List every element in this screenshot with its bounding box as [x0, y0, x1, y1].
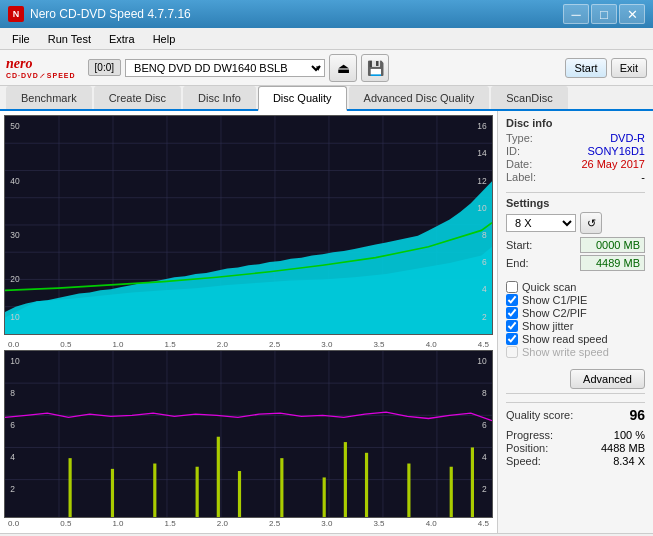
start-button[interactable]: Start — [565, 58, 606, 78]
svg-text:4: 4 — [482, 284, 487, 294]
close-button[interactable]: ✕ — [619, 4, 645, 24]
svg-rect-44 — [69, 458, 72, 517]
svg-text:6: 6 — [10, 420, 15, 430]
top-chart: 16 14 12 10 8 6 4 2 50 40 30 20 10 — [4, 115, 493, 335]
show-write-speed-checkbox — [506, 346, 518, 358]
title-bar-controls: ─ □ ✕ — [563, 4, 645, 24]
main-content: 16 14 12 10 8 6 4 2 50 40 30 20 10 0.0 0… — [0, 111, 653, 533]
type-label: Type: — [506, 132, 533, 144]
quick-scan-label: Quick scan — [522, 281, 576, 293]
show-c1-pie-checkbox[interactable] — [506, 294, 518, 306]
exit-button[interactable]: Exit — [611, 58, 647, 78]
show-jitter-checkbox[interactable] — [506, 320, 518, 332]
show-write-speed-label: Show write speed — [522, 346, 609, 358]
toolbar: nero CD·DVD⟋SPEED [0:0] BENQ DVD DD DW16… — [0, 50, 653, 86]
date-value: 26 May 2017 — [581, 158, 645, 170]
svg-rect-51 — [365, 453, 368, 517]
progress-label: Progress: — [506, 429, 553, 441]
maximize-button[interactable]: □ — [591, 4, 617, 24]
show-read-speed-label: Show read speed — [522, 333, 608, 345]
minimize-button[interactable]: ─ — [563, 4, 589, 24]
svg-rect-53 — [450, 467, 453, 517]
menu-file[interactable]: File — [4, 31, 38, 47]
tab-create-disc[interactable]: Create Disc — [94, 86, 181, 109]
show-jitter-label: Show jitter — [522, 320, 573, 332]
date-row: Date: 26 May 2017 — [506, 158, 645, 170]
logo-nero: nero — [6, 56, 76, 72]
speed-row: Speed: 8.34 X — [506, 455, 645, 467]
app-title: Nero CD-DVD Speed 4.7.7.16 — [30, 7, 191, 21]
title-bar-left: N Nero CD-DVD Speed 4.7.7.16 — [8, 6, 191, 22]
show-jitter-row: Show jitter — [506, 320, 645, 332]
svg-text:6: 6 — [482, 420, 487, 430]
save-button[interactable]: 💾 — [361, 54, 389, 82]
start-input[interactable] — [580, 237, 645, 253]
bottom-chart-svg: 10 8 6 4 2 10 8 6 4 2 — [5, 351, 492, 517]
svg-text:14: 14 — [477, 148, 487, 158]
tab-disc-quality[interactable]: Disc Quality — [258, 86, 347, 111]
start-label: Start: — [506, 239, 532, 251]
svg-text:10: 10 — [477, 356, 487, 366]
checkboxes-section: Quick scan Show C1/PIE Show C2/PIF Show … — [506, 281, 645, 359]
drive-dropdown[interactable]: BENQ DVD DD DW1640 BSLB — [125, 59, 325, 77]
bottom-chart: 10 8 6 4 2 10 8 6 4 2 — [4, 350, 493, 518]
tab-disc-info[interactable]: Disc Info — [183, 86, 256, 109]
svg-rect-47 — [196, 467, 199, 517]
position-value: 4488 MB — [601, 442, 645, 454]
tab-benchmark[interactable]: Benchmark — [6, 86, 92, 109]
svg-rect-49 — [280, 458, 283, 517]
svg-rect-54 — [217, 437, 220, 517]
speed-label: Speed: — [506, 455, 541, 467]
label-value: - — [641, 171, 645, 183]
start-mb-row: Start: — [506, 237, 645, 253]
position-row: Position: 4488 MB — [506, 442, 645, 454]
type-row: Type: DVD-R — [506, 132, 645, 144]
id-label: ID: — [506, 145, 520, 157]
menu-run-test[interactable]: Run Test — [40, 31, 99, 47]
logo: nero CD·DVD⟋SPEED — [6, 56, 76, 79]
advanced-button[interactable]: Advanced — [570, 369, 645, 389]
tab-advanced-disc-quality[interactable]: Advanced Disc Quality — [349, 86, 490, 109]
top-chart-x-axis: 0.0 0.5 1.0 1.5 2.0 2.5 3.0 3.5 4.0 4.5 — [4, 339, 493, 350]
tab-bar: Benchmark Create Disc Disc Info Disc Qua… — [0, 86, 653, 111]
svg-rect-56 — [471, 447, 474, 517]
quality-value: 96 — [629, 407, 645, 423]
show-write-speed-row: Show write speed — [506, 346, 645, 358]
quick-scan-checkbox[interactable] — [506, 281, 518, 293]
svg-text:16: 16 — [477, 121, 487, 131]
svg-text:10: 10 — [10, 356, 20, 366]
svg-text:2: 2 — [482, 484, 487, 494]
show-c1-pie-label: Show C1/PIE — [522, 294, 587, 306]
show-c2-pif-row: Show C2/PIF — [506, 307, 645, 319]
right-panel: Disc info Type: DVD-R ID: SONY16D1 Date:… — [498, 111, 653, 533]
svg-text:8: 8 — [10, 388, 15, 398]
logo-sub: CD·DVD⟋SPEED — [6, 72, 76, 79]
drive-label: [0:0] — [88, 59, 121, 76]
progress-section: Progress: 100 % Position: 4488 MB Speed:… — [506, 429, 645, 468]
show-c2-pif-checkbox[interactable] — [506, 307, 518, 319]
svg-text:30: 30 — [10, 230, 20, 240]
svg-text:2: 2 — [482, 312, 487, 322]
show-c2-pif-label: Show C2/PIF — [522, 307, 587, 319]
speed-refresh-button[interactable]: ↺ — [580, 212, 602, 234]
end-input[interactable] — [580, 255, 645, 271]
drive-select: [0:0] BENQ DVD DD DW1640 BSLB — [88, 59, 325, 77]
speed-dropdown[interactable]: 8 X — [506, 214, 576, 232]
svg-text:20: 20 — [10, 273, 20, 283]
menu-help[interactable]: Help — [145, 31, 184, 47]
chart-area: 16 14 12 10 8 6 4 2 50 40 30 20 10 0.0 0… — [0, 111, 498, 533]
svg-rect-45 — [111, 469, 114, 517]
quick-scan-row: Quick scan — [506, 281, 645, 293]
show-c1-pie-row: Show C1/PIE — [506, 294, 645, 306]
eject-button[interactable]: ⏏ — [329, 54, 357, 82]
svg-text:10: 10 — [10, 312, 20, 322]
tab-scandisc[interactable]: ScanDisc — [491, 86, 567, 109]
type-value: DVD-R — [610, 132, 645, 144]
date-label: Date: — [506, 158, 532, 170]
quality-label: Quality score: — [506, 409, 573, 421]
svg-text:40: 40 — [10, 175, 20, 185]
drive-combo-wrap: BENQ DVD DD DW1640 BSLB — [125, 59, 325, 77]
svg-text:6: 6 — [482, 257, 487, 267]
show-read-speed-checkbox[interactable] — [506, 333, 518, 345]
menu-extra[interactable]: Extra — [101, 31, 143, 47]
